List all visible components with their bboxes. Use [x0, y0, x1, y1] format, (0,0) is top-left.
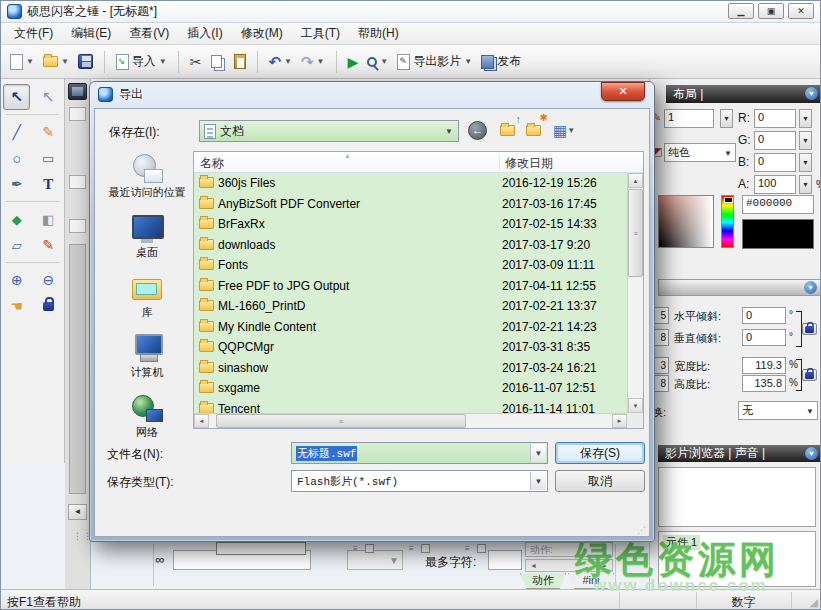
filename-input[interactable]: 无标题.swf ▼: [291, 442, 548, 464]
chevron-down-icon[interactable]: ▼: [61, 57, 69, 66]
fill-transform-tool[interactable]: ▱: [3, 232, 30, 258]
paste-button[interactable]: [231, 52, 249, 71]
place-item-computer[interactable]: 计算机: [130, 333, 164, 380]
menu-item[interactable]: 修改(M): [232, 23, 292, 44]
layout-panel-header[interactable]: 布局 | ▼: [666, 85, 821, 103]
text-tool[interactable]: T: [35, 171, 62, 197]
subselection-tool[interactable]: ↖: [35, 84, 62, 110]
frame-field[interactable]: 1: [664, 109, 714, 128]
name-column-header[interactable]: 名称: [200, 155, 224, 172]
scroll-left-icon[interactable]: ◄: [194, 414, 209, 428]
flip-select[interactable]: 无 ▼: [738, 401, 818, 420]
menu-item[interactable]: 编辑(E): [62, 23, 120, 44]
color-gradient-picker[interactable]: [658, 195, 714, 248]
place-item-desktop[interactable]: 桌面: [130, 213, 164, 260]
hue-bar[interactable]: [721, 195, 734, 248]
up-one-level-button[interactable]: ↑: [497, 120, 518, 141]
hex-color-field[interactable]: #000000: [742, 195, 814, 214]
chevron-down-icon[interactable]: ▼: [26, 57, 34, 66]
fill-type-select[interactable]: 纯色 ▼: [664, 143, 736, 162]
place-item-recent-places[interactable]: 最近访问的位置: [109, 153, 186, 200]
option-checkbox[interactable]: [365, 544, 374, 553]
strip-button[interactable]: [69, 175, 86, 189]
transform-value-field[interactable]: 135.8: [742, 375, 786, 392]
channel-value-field[interactable]: 0: [754, 153, 796, 172]
chevron-down-icon[interactable]: ▼: [464, 57, 472, 66]
transform-panel-header[interactable]: ▼: [658, 279, 821, 296]
menu-item[interactable]: 帮助(H): [349, 23, 408, 44]
save-button[interactable]: [75, 52, 96, 71]
ink-bottle-tool[interactable]: ◆: [3, 206, 30, 232]
scroll-down-icon[interactable]: ▼: [628, 398, 643, 413]
minimize-button[interactable]: ▁: [728, 3, 754, 19]
vertical-scroll-thumb[interactable]: ≡: [628, 189, 643, 277]
chevron-down-icon[interactable]: ▼: [567, 126, 575, 135]
file-row[interactable]: Free PDF to JPG Output2017-04-11 12:55: [194, 276, 627, 297]
file-row[interactable]: downloads2017-03-17 9:20: [194, 235, 627, 256]
menu-item[interactable]: 工具(T): [292, 23, 349, 44]
dialog-close-button[interactable]: ✕: [601, 82, 645, 101]
pencil-tool[interactable]: ✎: [35, 119, 62, 145]
strip-button[interactable]: [69, 107, 86, 121]
channel-spinner[interactable]: ▼: [799, 153, 812, 172]
horizontal-scroll-thumb[interactable]: ≡: [216, 414, 466, 428]
file-row[interactable]: sxgame2016-11-07 12:51: [194, 378, 627, 399]
chevron-down-icon[interactable]: ▼: [806, 407, 814, 416]
chevron-down-icon[interactable]: ▼: [380, 57, 388, 66]
open-button[interactable]: ▼: [40, 54, 72, 69]
restore-button[interactable]: ▣: [758, 3, 784, 19]
file-row[interactable]: Fonts2017-03-09 11:11: [194, 255, 627, 276]
strip-button[interactable]: [69, 219, 86, 233]
cut-button[interactable]: ✂: [187, 52, 205, 72]
back-button[interactable]: ←: [467, 120, 488, 141]
new-document-button[interactable]: ▼: [7, 52, 37, 72]
channel-value-field[interactable]: 100: [754, 175, 796, 194]
line-tool[interactable]: ╱: [3, 119, 30, 145]
link-target-select[interactable]: ▼: [347, 550, 403, 570]
import-button[interactable]: ⇘导入▼: [113, 51, 170, 72]
close-button[interactable]: ✕: [788, 3, 814, 19]
transform-value-field[interactable]: 0: [742, 307, 786, 324]
file-row[interactable]: ML-1660_PrintD2017-02-21 13:37: [194, 296, 627, 317]
movie-browser-panel-header[interactable]: 影片浏览器 | 声音 | ▼: [658, 445, 821, 462]
scroll-up-icon[interactable]: ▲: [628, 173, 643, 188]
file-row[interactable]: 360js Files2016-12-19 15:26: [194, 173, 627, 194]
scale-lock-button[interactable]: [802, 369, 817, 381]
file-row[interactable]: sinashow2017-03-24 16:21: [194, 358, 627, 379]
channel-spinner[interactable]: ▼: [799, 131, 812, 150]
place-item-libraries[interactable]: 库: [130, 273, 164, 320]
chevron-down-icon[interactable]: ▼: [530, 444, 546, 462]
color-swatch[interactable]: [742, 219, 814, 249]
vertical-scrollbar[interactable]: ▲ ≡ ▼: [627, 173, 643, 413]
scroll-left-icon[interactable]: ◄: [530, 562, 537, 569]
file-row[interactable]: AnyBizSoft PDF Converter2017-03-16 17:45: [194, 194, 627, 215]
transform-value-field[interactable]: 119.3: [742, 357, 786, 374]
chevron-down-icon[interactable]: ▼: [530, 472, 546, 490]
strip-scrollbar[interactable]: [69, 244, 86, 494]
copy-button[interactable]: [208, 53, 228, 70]
file-row[interactable]: QQPCMgr2017-03-31 8:35: [194, 337, 627, 358]
brush-tool[interactable]: ✎: [35, 232, 62, 258]
lock-tool[interactable]: [35, 293, 62, 319]
horizontal-scrollbar[interactable]: ◄ ≡ ►: [194, 413, 627, 428]
transform-value-field[interactable]: 0: [742, 329, 786, 346]
redo-button[interactable]: ↷▼: [298, 52, 328, 71]
chevron-down-icon[interactable]: ▼: [159, 57, 167, 66]
font-style-fragment[interactable]: [216, 542, 306, 555]
option-checkbox[interactable]: [421, 544, 430, 553]
file-row[interactable]: Tencent2016-11-14 11:01: [194, 399, 627, 414]
channel-value-field[interactable]: 0: [754, 131, 796, 150]
zoom-out-tool[interactable]: ⊖: [35, 267, 62, 293]
undo-button[interactable]: ↶▼: [266, 52, 296, 71]
resize-grip[interactable]: ◢: [810, 596, 818, 609]
channel-value-field[interactable]: 0: [754, 109, 796, 128]
dialog-title-bar[interactable]: 导出: [98, 86, 143, 103]
skew-lock-button[interactable]: [802, 323, 817, 335]
channel-spinner[interactable]: ▼: [799, 175, 812, 194]
publish-button[interactable]: 发布: [478, 51, 524, 72]
paint-bucket-tool[interactable]: ◧: [35, 206, 62, 232]
collapse-arrow-icon[interactable]: ▼: [804, 281, 817, 294]
file-row[interactable]: My Kindle Content2017-02-21 14:23: [194, 317, 627, 338]
scroll-right-icon[interactable]: ►: [612, 414, 627, 428]
collapse-left-button[interactable]: ◄: [68, 504, 87, 520]
